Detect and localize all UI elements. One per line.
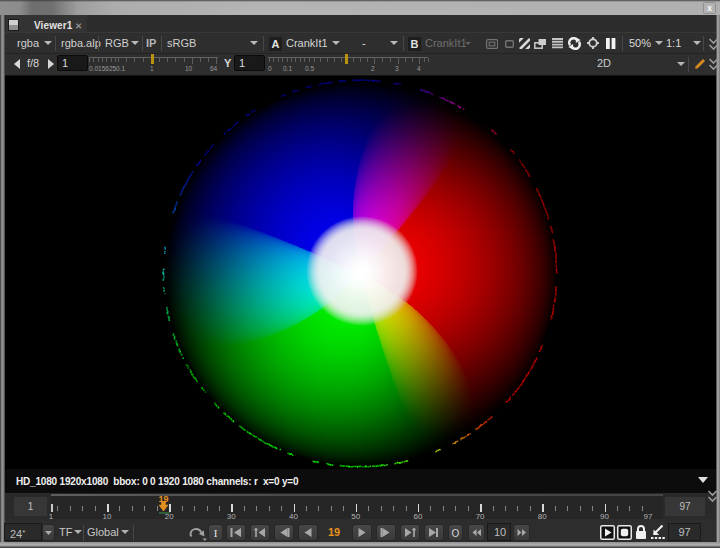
- svg-text:I: I: [214, 527, 218, 539]
- svg-text:O: O: [452, 528, 460, 539]
